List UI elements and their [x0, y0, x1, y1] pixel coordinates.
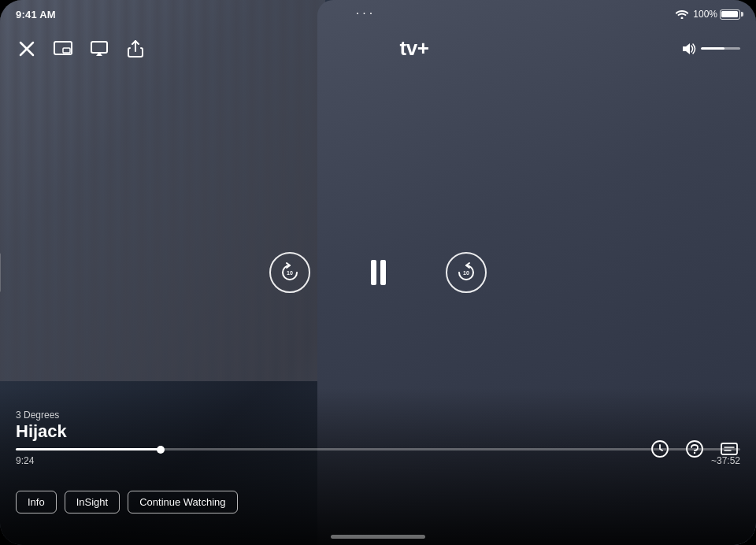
close-button[interactable] — [16, 38, 38, 60]
pause-bar-right — [380, 260, 386, 285]
rewind-icon: 10 — [279, 261, 301, 284]
volume-bar[interactable] — [701, 47, 740, 50]
time-current: 9:24 — [16, 455, 34, 466]
show-title: Hijack — [16, 421, 740, 442]
forward-icon: 10 — [455, 261, 477, 284]
show-subtitle: 3 Degrees — [16, 410, 740, 421]
status-right: 100% — [676, 9, 740, 20]
airplay-button[interactable] — [88, 38, 110, 60]
svg-rect-4 — [91, 42, 107, 53]
share-button[interactable] — [124, 38, 146, 60]
pip-button[interactable] — [52, 38, 74, 60]
bottom-buttons: Info InSight Continue Watching — [16, 491, 238, 513]
info-button[interactable]: Info — [16, 491, 57, 513]
status-time: 9:41 AM — [16, 9, 56, 20]
wifi-icon — [676, 9, 688, 19]
tv-plus-text: tv+ — [400, 36, 429, 61]
continue-watching-button[interactable]: Continue Watching — [128, 491, 237, 513]
battery-container: 100% — [693, 9, 740, 20]
rewind-button[interactable]: 10 — [269, 252, 310, 293]
top-left-controls — [16, 38, 146, 60]
forward-button[interactable]: 10 — [446, 252, 487, 293]
svg-text:10: 10 — [463, 270, 469, 276]
ipad-frame: 9:41 AM ··· 100% — [0, 0, 756, 545]
progress-dot — [157, 446, 165, 454]
pause-button[interactable] — [358, 252, 398, 293]
close-icon — [19, 41, 35, 57]
home-indicator — [331, 535, 425, 539]
status-dots: ··· — [356, 6, 376, 20]
volume-fill — [701, 47, 724, 50]
share-icon — [128, 40, 143, 57]
battery-fill — [721, 11, 738, 17]
time-labels: 9:24 ~37:52 — [16, 455, 740, 466]
battery-level: 100% — [693, 9, 717, 20]
top-right-controls — [680, 42, 740, 56]
svg-rect-3 — [63, 48, 70, 53]
show-info: 3 Degrees Hijack — [16, 410, 740, 442]
time-remaining: ~37:52 — [711, 455, 740, 466]
pause-icon — [371, 260, 386, 285]
status-bar: 9:41 AM ··· 100% — [0, 0, 756, 28]
volume-icon — [680, 42, 696, 56]
apple-tv-logo: tv+ — [398, 36, 429, 61]
progress-fill — [16, 448, 161, 450]
top-controls: tv+ — [0, 28, 756, 69]
insight-button[interactable]: InSight — [65, 491, 120, 513]
side-handle — [0, 253, 1, 292]
pip-icon — [54, 41, 72, 57]
center-controls: 10 10 — [269, 252, 487, 293]
progress-area: 3 Degrees Hijack 9:24 ~37:52 — [0, 410, 756, 466]
pause-bar-left — [371, 260, 376, 285]
volume-control[interactable] — [680, 42, 740, 56]
airplay-icon — [91, 41, 108, 57]
progress-bar[interactable] — [16, 448, 740, 450]
svg-text:10: 10 — [287, 270, 293, 276]
battery-icon — [720, 9, 740, 20]
